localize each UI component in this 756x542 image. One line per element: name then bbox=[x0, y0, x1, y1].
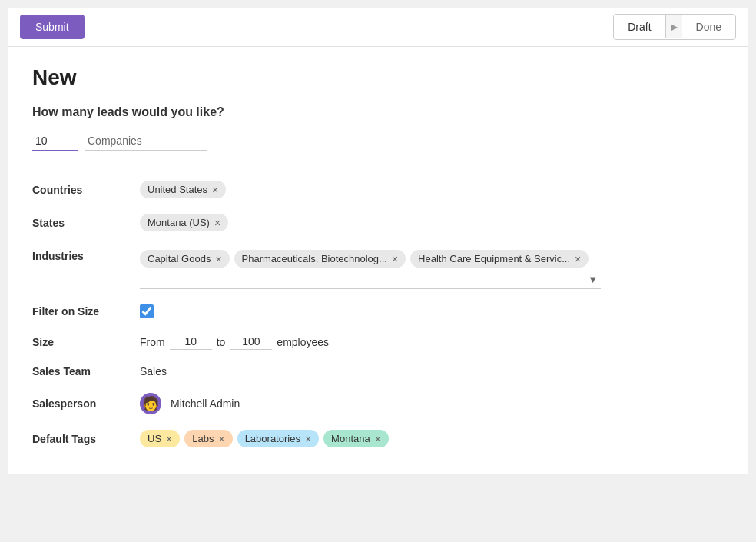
leads-question: How many leads would you like? bbox=[32, 105, 724, 119]
status-arrow-icon: ▶ bbox=[665, 15, 682, 38]
industries-dropdown-arrow-icon: ▼ bbox=[588, 274, 598, 285]
tag-capital-goods[interactable]: Capital Goods × bbox=[140, 250, 230, 268]
tag-health-care-remove[interactable]: × bbox=[575, 254, 581, 264]
tag-labs[interactable]: Labs × bbox=[184, 430, 232, 447]
main-content: New How many leads would you like? Count… bbox=[8, 47, 748, 474]
tag-pharma-remove[interactable]: × bbox=[392, 254, 398, 264]
salesperson-label: Salesperson bbox=[32, 397, 140, 410]
app-wrapper: Submit Draft ▶ Done New How many leads w… bbox=[8, 8, 748, 474]
tag-labs-remove[interactable]: × bbox=[218, 434, 224, 444]
tag-pharma[interactable]: Pharmaceuticals, Biotechnolog... × bbox=[234, 250, 406, 268]
tag-laboratories-remove[interactable]: × bbox=[305, 434, 311, 444]
size-unit-label: employees bbox=[277, 336, 329, 348]
tag-montana[interactable]: Montana × bbox=[323, 430, 389, 447]
tag-laboratories[interactable]: Laboratories × bbox=[237, 430, 319, 447]
tag-us-text: US bbox=[148, 433, 161, 444]
tag-united-states[interactable]: United States × bbox=[140, 181, 226, 198]
industries-block: Capital Goods × Pharmaceuticals, Biotech… bbox=[140, 250, 724, 289]
leads-count-input[interactable] bbox=[32, 131, 78, 151]
sales-team-value: Sales bbox=[140, 365, 724, 377]
tag-montana-us-text: Montana (US) bbox=[148, 217, 210, 228]
filter-on-size-value bbox=[140, 304, 724, 318]
default-tags-row: Default Tags US × Labs × Laboratories × … bbox=[32, 422, 724, 455]
tag-pharma-text: Pharmaceuticals, Biotechnolog... bbox=[242, 253, 387, 264]
tag-united-states-text: United States bbox=[148, 184, 207, 195]
size-to-input[interactable] bbox=[230, 334, 272, 350]
tag-united-states-remove[interactable]: × bbox=[212, 185, 218, 195]
states-value: Montana (US) × bbox=[140, 214, 724, 231]
leads-type-input[interactable] bbox=[85, 131, 207, 151]
page-title: New bbox=[32, 65, 724, 90]
filter-on-size-checkbox[interactable] bbox=[140, 304, 154, 318]
salesperson-name: Mitchell Admin bbox=[171, 397, 240, 410]
industries-dropdown[interactable]: ▼ bbox=[140, 271, 601, 289]
size-from-label: From bbox=[140, 336, 165, 348]
tag-capital-goods-text: Capital Goods bbox=[148, 253, 211, 264]
tag-montana-us[interactable]: Montana (US) × bbox=[140, 214, 228, 231]
tag-capital-goods-remove[interactable]: × bbox=[215, 254, 221, 264]
filter-on-size-row: Filter on Size bbox=[32, 297, 724, 326]
submit-button[interactable]: Submit bbox=[20, 15, 85, 39]
tag-montana-text: Montana bbox=[331, 433, 370, 444]
tag-montana-us-remove[interactable]: × bbox=[214, 218, 220, 228]
industries-row: Industries Capital Goods × Pharmaceutica… bbox=[32, 239, 724, 297]
states-label: States bbox=[32, 217, 140, 229]
draft-button[interactable]: Draft bbox=[614, 15, 665, 39]
tag-health-care[interactable]: Health Care Equipment & Servic... × bbox=[410, 250, 589, 268]
countries-label: Countries bbox=[32, 184, 140, 196]
done-button[interactable]: Done bbox=[682, 15, 735, 39]
countries-value: United States × bbox=[140, 181, 724, 198]
sales-team-row: Sales Team Sales bbox=[32, 357, 724, 385]
salesperson-value: 🧑 Mitchell Admin bbox=[140, 393, 724, 414]
tag-us[interactable]: US × bbox=[140, 430, 180, 447]
sales-team-text: Sales bbox=[140, 365, 167, 377]
status-group: Draft ▶ Done bbox=[613, 14, 736, 40]
size-to-label: to bbox=[217, 336, 226, 348]
avatar: 🧑 bbox=[140, 393, 161, 414]
tag-us-remove[interactable]: × bbox=[166, 434, 172, 444]
countries-row: Countries United States × bbox=[32, 173, 724, 206]
filter-on-size-label: Filter on Size bbox=[32, 305, 140, 318]
top-bar: Submit Draft ▶ Done bbox=[8, 8, 748, 47]
default-tags-label: Default Tags bbox=[32, 433, 140, 445]
size-from-input[interactable] bbox=[170, 334, 212, 350]
size-row: Size From to employees bbox=[32, 326, 724, 357]
default-tags-value: US × Labs × Laboratories × Montana × bbox=[140, 430, 724, 447]
industries-tags: Capital Goods × Pharmaceuticals, Biotech… bbox=[140, 250, 724, 268]
size-label: Size bbox=[32, 336, 140, 348]
industries-label: Industries bbox=[32, 250, 140, 262]
size-value: From to employees bbox=[140, 334, 724, 350]
avatar-emoji: 🧑 bbox=[142, 395, 159, 412]
salesperson-row: Salesperson 🧑 Mitchell Admin bbox=[32, 385, 724, 422]
states-row: States Montana (US) × bbox=[32, 206, 724, 239]
tag-labs-text: Labs bbox=[192, 433, 214, 444]
sales-team-label: Sales Team bbox=[32, 365, 140, 377]
tag-health-care-text: Health Care Equipment & Servic... bbox=[418, 253, 570, 264]
leads-inputs bbox=[32, 131, 724, 151]
tag-laboratories-text: Laboratories bbox=[245, 433, 300, 444]
tag-montana-remove[interactable]: × bbox=[375, 434, 381, 444]
